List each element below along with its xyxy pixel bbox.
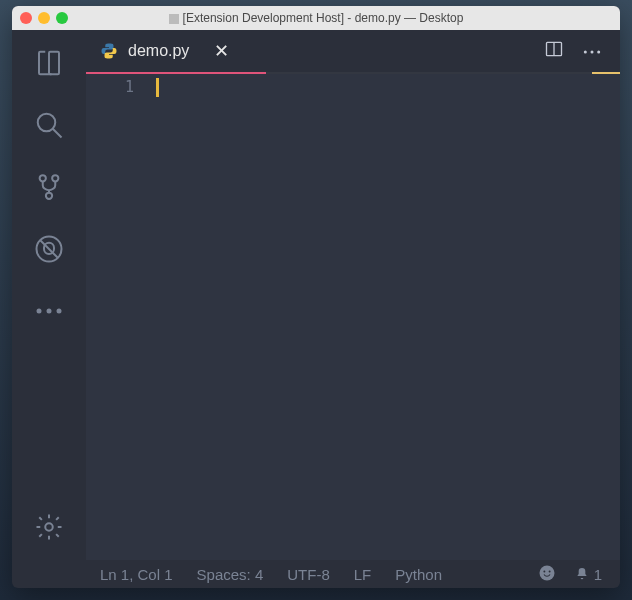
svg-point-2: [40, 175, 46, 181]
tab-close-icon[interactable]: ✕: [213, 43, 229, 59]
svg-point-15: [597, 51, 600, 54]
window-minimize-button[interactable]: [38, 12, 50, 24]
window-close-button[interactable]: [20, 12, 32, 24]
file-icon: [169, 14, 179, 24]
svg-point-0: [38, 114, 56, 132]
gutter: 1: [86, 74, 156, 560]
status-language[interactable]: Python: [395, 566, 442, 583]
search-icon[interactable]: [34, 110, 64, 140]
tab-bar: demo.py ✕: [86, 30, 620, 72]
more-icon[interactable]: [34, 296, 64, 326]
svg-point-17: [543, 570, 545, 572]
status-cursor-position[interactable]: Ln 1, Col 1: [100, 566, 173, 583]
svg-point-8: [47, 309, 52, 314]
tab-label: demo.py: [128, 42, 189, 60]
svg-point-13: [584, 51, 587, 54]
notifications-count: 1: [594, 566, 602, 583]
window-maximize-button[interactable]: [56, 12, 68, 24]
titlebar: [Extension Development Host] - demo.py —…: [12, 6, 620, 30]
svg-point-9: [57, 309, 62, 314]
status-eol[interactable]: LF: [354, 566, 372, 583]
status-bar: Ln 1, Col 1 Spaces: 4 UTF-8 LF Python 1: [12, 560, 620, 588]
activity-bar: [12, 30, 86, 560]
window-body: demo.py ✕ 1: [12, 30, 620, 560]
window-title: [Extension Development Host] - demo.py —…: [12, 11, 620, 25]
svg-point-16: [539, 565, 554, 580]
svg-point-10: [45, 523, 53, 531]
editor-area[interactable]: 1: [86, 74, 620, 560]
svg-point-18: [548, 570, 550, 572]
source-control-icon[interactable]: [34, 172, 64, 202]
debug-icon[interactable]: [34, 234, 64, 264]
notifications-bell[interactable]: 1: [574, 566, 602, 583]
split-editor-icon[interactable]: [544, 39, 564, 63]
tab-actions: [544, 39, 616, 63]
line-number: 1: [86, 78, 134, 96]
explorer-icon[interactable]: [34, 48, 64, 78]
more-actions-icon[interactable]: [582, 42, 602, 60]
svg-point-7: [37, 309, 42, 314]
cursor-caret: [156, 78, 159, 97]
editor-window: [Extension Development Host] - demo.py —…: [12, 6, 620, 588]
python-icon: [100, 42, 118, 60]
status-indentation[interactable]: Spaces: 4: [197, 566, 264, 583]
tab-demo-py[interactable]: demo.py ✕: [86, 30, 243, 72]
svg-line-1: [53, 129, 62, 138]
window-controls: [20, 12, 68, 24]
settings-gear-icon[interactable]: [34, 512, 64, 542]
svg-point-3: [52, 175, 58, 181]
svg-point-14: [591, 51, 594, 54]
status-encoding[interactable]: UTF-8: [287, 566, 330, 583]
main-area: demo.py ✕ 1: [86, 30, 620, 560]
feedback-smile-icon[interactable]: [538, 564, 556, 585]
svg-point-4: [46, 193, 52, 199]
